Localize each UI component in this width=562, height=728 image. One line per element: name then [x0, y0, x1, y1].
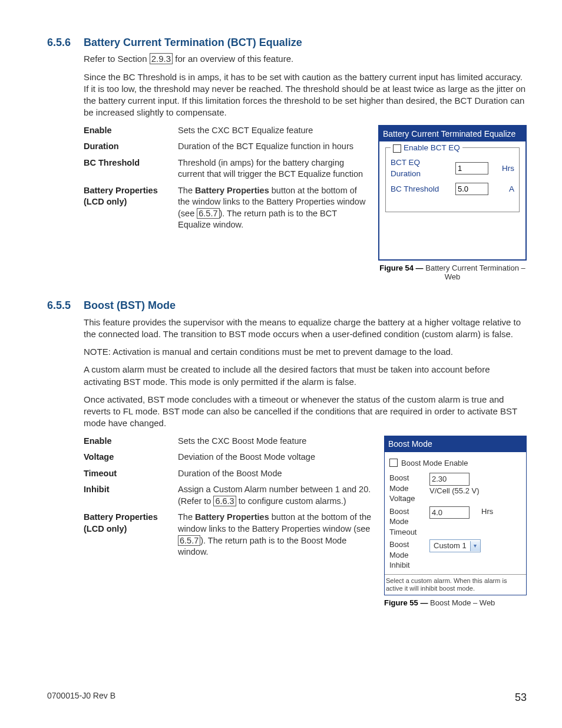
boost-voltage-input[interactable]: 2.30 — [429, 473, 470, 486]
checkbox-label: Enable BCT EQ — [404, 143, 460, 153]
enable-bct-group: Enable BCT EQ BCT EQ Duration 1 Hrs BC T… — [385, 147, 520, 212]
field-label: BC Threshold — [391, 184, 452, 195]
panel-body: Boost Mode Enable Boost Mode Voltage 2.3… — [385, 452, 526, 595]
bct-equalize-panel: Battery Current Terminated Equalize Enab… — [378, 125, 527, 261]
figure-54: Battery Current Terminated Equalize Enab… — [378, 125, 527, 282]
enable-bct-checkbox[interactable] — [393, 144, 401, 153]
doc-id: 0700015-J0 Rev B — [47, 690, 115, 704]
field-label: BCT EQ Duration — [391, 157, 452, 179]
chevron-down-icon: ▾ — [470, 541, 480, 551]
bc-threshold-row: BC Threshold 5.0 A — [391, 183, 514, 196]
figure-55: Boost Mode Boost Mode Enable Boost Mode … — [384, 436, 527, 608]
def-desc: Sets the CXC Boost Mode feature — [178, 436, 372, 447]
definition-list: Enable Sets the CXC BCT Equalize feature… — [84, 125, 366, 232]
def-term: Battery Properties (LCD only) — [84, 185, 172, 231]
cross-ref[interactable]: 6.5.7 — [178, 535, 200, 546]
bct-duration-row: BCT EQ Duration 1 Hrs — [391, 157, 514, 179]
cross-ref[interactable]: 6.6.3 — [213, 496, 236, 506]
cross-ref[interactable]: 6.5.7 — [197, 208, 219, 219]
def-desc: Deviation of the Boost Mode voltage — [178, 452, 372, 463]
section-655-heading: 6.5.5 Boost (BST) Mode — [47, 298, 527, 312]
boost-enable-row: Boost Mode Enable — [389, 458, 521, 469]
unit-label: Hrs — [481, 506, 493, 517]
def-desc: Duration of the BCT Equalize function in… — [178, 141, 366, 153]
section-656-body: Refer to Section 2.9.3 for an overview o… — [84, 53, 527, 282]
section-655-body: This feature provides the supervisor wit… — [84, 317, 527, 608]
boost-mode-panel: Boost Mode Boost Mode Enable Boost Mode … — [384, 436, 527, 596]
definition-list: Enable Sets the CXC Boost Mode feature V… — [84, 436, 372, 558]
figure-caption: Figure 54 — Battery Current Termination … — [378, 264, 527, 282]
field-label: Boost Mode Inhibit — [389, 539, 425, 571]
panel-title: Boost Mode — [385, 436, 526, 452]
boost-voltage-row: Boost Mode Voltage 2.30 V/Cell (55.2 V) — [389, 473, 521, 504]
boost-enable-checkbox[interactable] — [389, 459, 398, 467]
section-656-heading: 6.5.6 Battery Current Termination (BCT) … — [47, 35, 527, 50]
field-label: Boost Mode Voltage — [389, 473, 425, 504]
def-desc: The Battery Properties button at the bot… — [178, 512, 372, 558]
def-desc: Sets the CXC BCT Equalize feature — [178, 125, 366, 137]
boost-timeout-input[interactable]: 4.0 — [429, 506, 470, 519]
group-legend: Enable BCT EQ — [391, 143, 462, 153]
page-number: 53 — [515, 690, 527, 704]
page: 6.5.6 Battery Current Termination (BCT) … — [0, 0, 562, 728]
def-term: Enable — [84, 436, 172, 447]
boost-timeout-row: Boost Mode Timeout 4.0 Hrs — [389, 506, 521, 538]
figure-caption: Figure 55 — Boost Mode – Web — [384, 599, 527, 608]
section-656-columns: Enable Sets the CXC BCT Equalize feature… — [84, 125, 527, 282]
unit-label: V/Cell (55.2 V) — [429, 486, 480, 495]
panel-body: Enable BCT EQ BCT EQ Duration 1 Hrs BC T… — [379, 141, 525, 259]
field-label: Boost Mode Timeout — [389, 506, 425, 538]
def-term: Timeout — [84, 468, 172, 480]
def-term: Enable — [84, 125, 172, 137]
section-655-columns: Enable Sets the CXC Boost Mode feature V… — [84, 436, 527, 608]
paragraph: A custom alarm must be created to includ… — [84, 364, 527, 388]
unit-label: Hrs — [502, 163, 514, 174]
unit-label: A — [509, 184, 514, 195]
cross-ref[interactable]: 2.9.3 — [150, 53, 173, 64]
section-number: 6.5.6 — [47, 35, 74, 50]
section-title: Boost (BST) Mode — [84, 298, 176, 312]
def-desc: Assign a Custom Alarm number between 1 a… — [178, 484, 372, 507]
panel-title: Battery Current Terminated Equalize — [379, 126, 525, 142]
paragraph: This feature provides the supervisor wit… — [84, 317, 527, 341]
hint-text: Select a custom alarm. When this alarm i… — [385, 574, 526, 595]
def-desc: Duration of the Boost Mode — [178, 468, 372, 480]
def-desc: The Battery Properties button at the bot… — [178, 185, 366, 231]
boost-inhibit-row: Boost Mode Inhibit Custom 1 ▾ — [389, 539, 521, 571]
bc-threshold-input[interactable]: 5.0 — [455, 183, 488, 196]
def-term: Duration — [84, 141, 172, 153]
section-number: 6.5.5 — [47, 298, 74, 312]
paragraph: Since the BC Threshold is in amps, it ha… — [84, 71, 527, 119]
paragraph: NOTE: Activation is manual and certain c… — [84, 346, 527, 358]
checkbox-label: Boost Mode Enable — [401, 458, 468, 469]
def-term: Battery Properties (LCD only) — [84, 512, 172, 558]
boost-inhibit-select[interactable]: Custom 1 ▾ — [429, 539, 481, 552]
def-term: Inhibit — [84, 484, 172, 507]
page-footer: 0700015-J0 Rev B 53 — [47, 690, 527, 704]
def-term: BC Threshold — [84, 157, 172, 180]
paragraph: Refer to Section 2.9.3 for an overview o… — [84, 53, 527, 65]
def-desc: Threshold (in amps) for the battery char… — [178, 157, 366, 180]
select-value: Custom 1 — [430, 540, 470, 552]
bct-duration-input[interactable]: 1 — [455, 162, 488, 175]
paragraph: Once activated, BST mode concludes with … — [84, 394, 527, 430]
def-term: Voltage — [84, 452, 172, 463]
section-title: Battery Current Termination (BCT) Equali… — [84, 35, 302, 50]
